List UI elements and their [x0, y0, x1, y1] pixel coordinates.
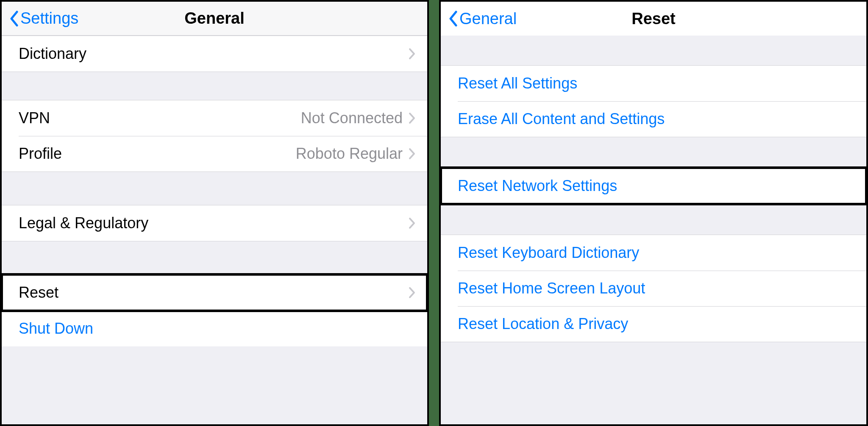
row-label: Legal & Regulatory	[19, 214, 409, 232]
chevron-right-icon	[409, 217, 415, 229]
row-reset-home[interactable]: Reset Home Screen Layout	[441, 271, 866, 306]
row-label: Profile	[19, 145, 296, 163]
row-reset-network[interactable]: Reset Network Settings	[441, 168, 866, 204]
chevron-left-icon	[9, 11, 19, 27]
back-label: Settings	[20, 9, 78, 28]
row-erase-all[interactable]: Erase All Content and Settings	[441, 101, 866, 137]
group-shutdown: Shut Down	[2, 311, 427, 346]
row-label: Reset Home Screen Layout	[458, 279, 854, 297]
row-label: Erase All Content and Settings	[458, 110, 854, 128]
chevron-right-icon	[409, 112, 415, 124]
group-reset-network-highlighted: Reset Network Settings	[441, 168, 866, 204]
chevron-left-icon	[448, 11, 458, 27]
back-label: General	[459, 10, 517, 28]
row-label: VPN	[19, 109, 301, 127]
row-value: Roboto Regular	[296, 145, 403, 163]
row-reset-keyboard[interactable]: Reset Keyboard Dictionary	[441, 235, 866, 271]
chevron-right-icon	[409, 148, 415, 160]
back-button-general[interactable]: General	[448, 10, 517, 28]
group-dictionary: Dictionary	[2, 36, 427, 72]
row-reset[interactable]: Reset	[2, 275, 427, 310]
section-gap	[2, 241, 427, 274]
section-gap	[2, 72, 427, 100]
navbar-general: Settings General	[2, 2, 427, 36]
row-reset-location[interactable]: Reset Location & Privacy	[441, 306, 866, 342]
section-gap	[2, 172, 427, 205]
navbar-reset: General Reset	[441, 2, 866, 36]
row-label: Reset Network Settings	[458, 177, 854, 195]
row-label: Reset	[19, 284, 409, 302]
row-dictionary[interactable]: Dictionary	[2, 36, 427, 72]
row-label: Reset Location & Privacy	[458, 315, 854, 333]
row-shutdown[interactable]: Shut Down	[2, 311, 427, 346]
group-reset-highlighted: Reset	[2, 274, 427, 311]
group-reset-others: Reset Keyboard Dictionary Reset Home Scr…	[441, 235, 866, 342]
section-gap	[441, 137, 866, 168]
row-label: Reset All Settings	[458, 75, 854, 92]
group-vpn-profile: VPN Not Connected Profile Roboto Regular	[2, 100, 427, 172]
group-legal: Legal & Regulatory	[2, 205, 427, 241]
row-label: Reset Keyboard Dictionary	[458, 244, 854, 262]
screen-reset: General Reset Reset All Settings Erase A…	[439, 0, 868, 426]
section-gap	[441, 204, 866, 235]
group-reset-main: Reset All Settings Erase All Content and…	[441, 65, 866, 137]
screen-general: Settings General Dictionary VPN Not Conn…	[0, 0, 429, 426]
row-label: Shut Down	[19, 320, 415, 337]
back-button-settings[interactable]: Settings	[9, 9, 78, 28]
row-profile[interactable]: Profile Roboto Regular	[2, 136, 427, 172]
row-label: Dictionary	[19, 45, 409, 63]
row-legal[interactable]: Legal & Regulatory	[2, 205, 427, 241]
row-reset-all-settings[interactable]: Reset All Settings	[441, 66, 866, 101]
chevron-right-icon	[409, 48, 415, 60]
chevron-right-icon	[409, 287, 415, 299]
row-value: Not Connected	[301, 109, 403, 127]
section-gap	[441, 36, 866, 65]
row-vpn[interactable]: VPN Not Connected	[2, 100, 427, 136]
